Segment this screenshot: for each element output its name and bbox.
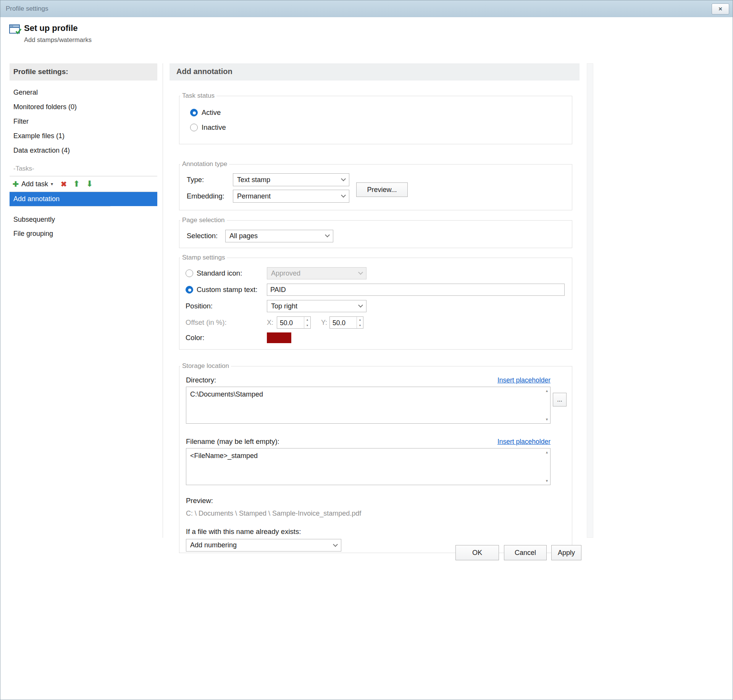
caret-down-icon: ▾: [51, 181, 53, 187]
page-selection-select[interactable]: All pages: [225, 230, 333, 242]
preview-path: C: \ Documents \ Stamped \ Sample-Invoic…: [186, 510, 572, 518]
annotation-type-legend: Annotation type: [180, 160, 229, 168]
position-select[interactable]: Top right: [267, 300, 366, 312]
profile-settings-dialog: Profile settings ✕ Set up profile Add st…: [0, 0, 733, 700]
type-label: Type:: [187, 176, 233, 184]
add-task-label: Add task: [21, 180, 48, 188]
task-status-group: Task status Active Inactive: [179, 92, 572, 144]
y-offset-spinner[interactable]: 50.0 ▲ ▼: [329, 316, 363, 329]
vertical-scrollbar[interactable]: [587, 63, 593, 538]
directory-textarea[interactable]: C:\Documents\Stamped ▲ ▼: [186, 387, 551, 424]
y-offset-value: 50.0: [330, 317, 357, 328]
scroll-down-icon[interactable]: ▼: [545, 479, 549, 483]
task-toolbar: ✚ Add task ▾ ✖ ⬆ ⬇: [10, 176, 157, 192]
task-item-add-annotation[interactable]: Add annotation: [10, 192, 157, 206]
custom-stamp-text-label: Custom stamp text:: [197, 285, 257, 294]
type-select-value: Text stamp: [237, 176, 342, 184]
file-exists-label: If a file with this name already exists:: [186, 527, 572, 536]
move-task-up-button[interactable]: ⬆: [73, 179, 80, 189]
chevron-down-icon: [325, 232, 330, 237]
scroll-up-icon[interactable]: ▲: [545, 450, 549, 454]
page-selection-group: Page selection Selection: All pages: [179, 216, 572, 248]
chevron-down-icon: [358, 303, 363, 308]
sidebar-header: Profile settings:: [10, 63, 157, 81]
scroll-up-icon[interactable]: ▲: [545, 389, 549, 393]
sidebar-item-filter[interactable]: Filter: [10, 114, 157, 129]
radio-checked-icon: [190, 109, 198, 116]
radio-custom-stamp-text[interactable]: Custom stamp text:: [186, 285, 267, 294]
sidebar-item-data-extraction[interactable]: Data extraction (4): [10, 143, 157, 158]
stamp-settings-legend: Stamp settings: [180, 254, 227, 261]
filename-value: <FileName>_stamped: [190, 452, 258, 460]
custom-stamp-text-input[interactable]: [267, 284, 565, 296]
sidebar-list: General Monitored folders (0) Filter Exa…: [10, 85, 157, 158]
page-subtitle: Add stamps/watermarks: [24, 36, 92, 44]
embedding-select[interactable]: Permanent: [233, 190, 349, 203]
apply-button[interactable]: Apply: [551, 545, 581, 560]
radio-unchecked-icon: [190, 124, 198, 131]
close-icon: ✕: [718, 6, 723, 12]
panel-divider: [163, 63, 163, 538]
radio-active[interactable]: Active: [190, 105, 221, 120]
titlebar[interactable]: Profile settings ✕: [0, 0, 733, 17]
sidebar-item-monitored-folders[interactable]: Monitored folders (0): [10, 100, 157, 114]
scroll-down-icon[interactable]: ▼: [545, 418, 549, 421]
spinner-down-button[interactable]: ▼: [304, 323, 310, 328]
annotation-type-group: Annotation type Type: Text stamp Embeddi…: [179, 160, 572, 210]
delete-task-button[interactable]: ✖: [61, 180, 67, 189]
task-item-file-grouping[interactable]: File grouping: [10, 227, 157, 241]
preview-button[interactable]: Preview...: [356, 182, 408, 197]
x-label: X:: [267, 319, 277, 327]
x-offset-value: 50.0: [277, 317, 304, 328]
file-exists-value: Add numbering: [190, 541, 334, 549]
radio-inactive-label: Inactive: [202, 123, 226, 132]
cancel-button[interactable]: Cancel: [504, 545, 547, 560]
radio-checked-icon: [186, 286, 193, 294]
insert-placeholder-link-directory[interactable]: Insert placeholder: [497, 376, 551, 384]
radio-active-label: Active: [202, 108, 221, 117]
profile-icon: [9, 24, 22, 37]
file-exists-select[interactable]: Add numbering: [186, 539, 341, 552]
add-task-button[interactable]: ✚ Add task ▾: [13, 180, 53, 189]
standard-icon-select: Approved: [267, 267, 366, 279]
stamp-settings-group: Stamp settings Standard icon: Approved: [179, 254, 572, 350]
dialog-header: Set up profile Add stamps/watermarks: [0, 17, 733, 56]
close-button[interactable]: ✕: [712, 3, 729, 15]
storage-location-legend: Storage location: [180, 362, 231, 370]
tasks-separator-label: -Tasks-: [10, 161, 157, 176]
task-item-subsequently[interactable]: Subsequently: [10, 213, 157, 227]
task-status-legend: Task status: [180, 92, 216, 100]
spinner-up-button[interactable]: ▲: [357, 317, 363, 323]
storage-location-group: Storage location Directory: Insert place…: [179, 362, 572, 553]
ok-button[interactable]: OK: [455, 545, 499, 560]
preview-label: Preview:: [186, 497, 572, 505]
chevron-down-icon: [341, 193, 346, 198]
type-select[interactable]: Text stamp: [233, 173, 349, 186]
insert-placeholder-link-filename[interactable]: Insert placeholder: [497, 438, 551, 446]
list-separator: [10, 206, 110, 206]
move-task-down-button[interactable]: ⬇: [86, 179, 93, 189]
sidebar: Profile settings: General Monitored fold…: [10, 63, 157, 241]
standard-icon-value: Approved: [271, 269, 359, 277]
chevron-down-icon: [341, 176, 346, 181]
y-label: Y:: [321, 319, 329, 327]
x-offset-spinner[interactable]: 50.0 ▲ ▼: [277, 316, 311, 329]
standard-icon-label: Standard icon:: [197, 269, 242, 277]
spinner-down-button[interactable]: ▼: [357, 323, 363, 328]
directory-label: Directory:: [186, 376, 216, 384]
page-selection-legend: Page selection: [180, 216, 227, 224]
spinner-up-button[interactable]: ▲: [304, 317, 310, 323]
filename-textarea[interactable]: <FileName>_stamped ▲ ▼: [186, 448, 551, 485]
position-label: Position:: [186, 302, 213, 310]
page-title: Set up profile: [24, 23, 78, 33]
radio-inactive[interactable]: Inactive: [190, 120, 226, 135]
panel-title: Add annotation: [170, 63, 580, 81]
chevron-down-icon: [333, 542, 338, 547]
sidebar-item-example-files[interactable]: Example files (1): [10, 129, 157, 143]
browse-directory-button[interactable]: ...: [553, 393, 567, 406]
radio-unchecked-icon: [186, 269, 193, 277]
directory-value: C:\Documents\Stamped: [190, 390, 263, 398]
sidebar-item-general[interactable]: General: [10, 85, 157, 100]
color-swatch[interactable]: [267, 332, 291, 343]
radio-standard-icon[interactable]: Standard icon:: [186, 269, 267, 277]
